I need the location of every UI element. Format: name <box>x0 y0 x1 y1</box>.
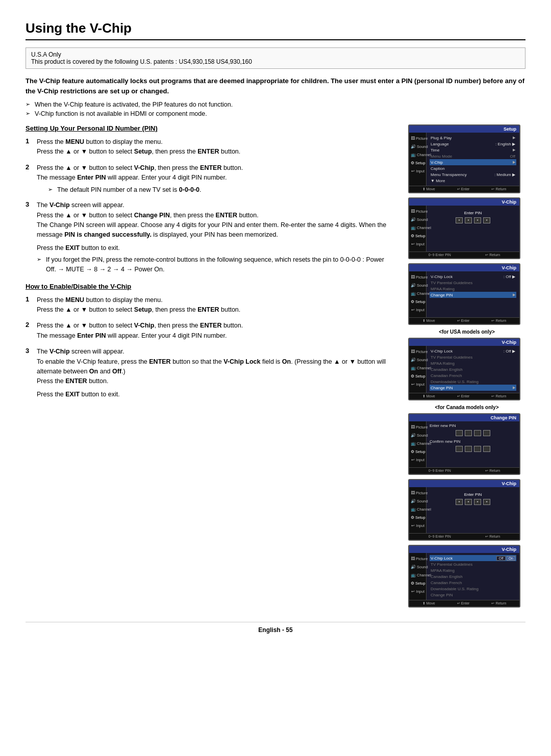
sidebar-label4-input: Input <box>416 382 424 387</box>
input-icon: ↩ <box>411 168 415 173</box>
bullet-item: When the V-Chip feature is activated, th… <box>26 101 525 108</box>
menu-canada-parental: TV Parental Guidelines <box>430 354 516 360</box>
sec2-step-num-2: 2 <box>26 321 33 341</box>
tv-main-vchip-usa: V-Chip Lock: Off ▶ TV Parental Guideline… <box>427 271 519 317</box>
tv-sidebar-picture3: 🖼 Picture <box>410 273 425 281</box>
pin-box2-2: * <box>465 499 472 505</box>
tv-sidebar-setup: ⚙ Setup <box>410 159 425 166</box>
menu-item-plug-play: Plug & Play▶ <box>430 135 516 141</box>
setup-icon: ⚙ <box>411 160 414 165</box>
tv-screen-vchip-usa-body: 🖼 Picture 🔊 Sound 📺 Channel ⚙ Setup <box>409 271 519 317</box>
tv-footer-vchip-lock-on: ⬆ Move ↵ Enter ↩ Return <box>409 600 519 607</box>
confirm-pin-box-2 <box>465 446 472 452</box>
tv-screen-vchip-usa: V-Chip 🖼 Picture 🔊 Sound 📺 Channel <box>408 263 520 325</box>
footer-enter4: ↵ Enter <box>457 394 470 398</box>
footer-text: English - 55 <box>258 626 292 634</box>
sound-icon7: 🔊 <box>411 564 416 569</box>
setup-icon5: ⚙ <box>411 449 414 454</box>
tv-sidebar-channel7: 📺 Channel <box>410 571 425 578</box>
menu-item-vchip: V-Chip▶ <box>430 159 516 165</box>
sidebar-label5-setup: Setup <box>415 449 425 454</box>
sec2-step-text-3: The V-Chip screen will appear. To enable… <box>37 347 396 387</box>
pin-box-4: * <box>483 217 490 223</box>
tv-footer-change-pin: 0~9 Enter PIN ↩ Return <box>409 467 519 474</box>
channel-icon: 📺 <box>411 152 416 157</box>
tv-sidebar-setup7: ⚙ Setup <box>410 579 425 587</box>
input-icon4: ↩ <box>411 382 415 387</box>
new-pin-box-4 <box>483 430 490 436</box>
footer-enter-pin3: 0~9 Enter PIN <box>429 535 451 539</box>
menu-lock-canadian-french: Canadian French <box>430 579 516 586</box>
footer-return4: ↩ Return <box>491 394 506 398</box>
step3-subbullets: If you forget the PIN, press the remote-… <box>37 255 396 274</box>
tv-sidebar-picture4: 🖼 Picture <box>410 348 425 355</box>
step-text-1: Press the MENU button to display the men… <box>37 137 240 157</box>
tv-screen-vchip-canada-body: 🖼 Picture 🔊 Sound 📺 Channel ⚙ Setup <box>409 346 519 393</box>
tv-screen-change-pin: Change PIN 🖼 Picture 🔊 Sound 📺 Channel <box>408 413 520 475</box>
pin-box2-4: * <box>483 499 490 505</box>
tv-sidebar-change-pin: 🖼 Picture 🔊 Sound 📺 Channel ⚙ Setup <box>409 421 427 467</box>
input-icon6: ↩ <box>411 523 415 528</box>
tv-main-vchip-pin: Enter PIN * * * * <box>427 206 519 251</box>
tv-main-vchip-lock-on: V-Chip Lock Off On TV Parental Guideline… <box>427 553 519 600</box>
tv-sidebar-picture6: 🖼 Picture <box>410 489 425 496</box>
pin-box-1: * <box>456 217 463 223</box>
tv-sidebar-sound6: 🔊 Sound <box>410 497 425 505</box>
menu-item-more: ▼ More <box>430 178 516 184</box>
footer-move4: ⬆ Move <box>422 394 435 398</box>
intro-bold: The V-Chip feature automatically locks o… <box>26 76 525 96</box>
tv-screen-vchip-pin2-body: 🖼 Picture 🔊 Sound 📺 Channel ⚙ Setup <box>409 487 519 533</box>
pin-box-2: * <box>465 217 472 223</box>
tv-screen-vchip-lock-on-body: 🖼 Picture 🔊 Sound 📺 Channel ⚙ Setup <box>409 553 519 600</box>
picture-icon4: 🖼 <box>411 349 415 354</box>
sound-icon3: 🔊 <box>411 283 416 288</box>
step-num-1: 1 <box>26 137 33 157</box>
sec2-step-block-2: 2 Press the ▲ or ▼ button to select V-Ch… <box>26 321 396 341</box>
footer-move7: ⬆ Move <box>422 601 435 606</box>
new-pin-boxes <box>430 430 516 436</box>
tv-sidebar-vchip-canada: 🖼 Picture 🔊 Sound 📺 Channel ⚙ Setup <box>409 346 427 393</box>
menu-canada-mpaa: MPAA Rating <box>430 360 516 366</box>
picture-icon5: 🖼 <box>411 424 415 430</box>
tv-sidebar-setup2: ⚙ Setup <box>410 232 425 239</box>
footer-enter3: ↵ Enter <box>457 319 470 323</box>
tv-sidebar-input: ↩ Input <box>410 167 425 174</box>
step-block-2: 2 Press the ▲ or ▼ button to select V-Ch… <box>26 163 396 195</box>
menu-lock-change-pin: Change PIN <box>430 592 516 598</box>
channel-icon3: 📺 <box>411 291 416 296</box>
step-num-3: 3 <box>26 200 33 240</box>
tv-footer-vchip-pin: 0~9 Enter PIN ↩ Return <box>409 251 519 258</box>
footer-return5: ↩ Return <box>485 469 500 473</box>
step-num-2: 2 <box>26 163 33 195</box>
tv-main-change-pin: Enter new PIN Confirm new PIN <box>427 421 519 467</box>
tv-sidebar-input4: ↩ Input <box>410 381 425 388</box>
new-pin-box-3 <box>474 430 481 436</box>
setup-icon7: ⚙ <box>411 581 414 586</box>
tv-sidebar-sound4: 🔊 Sound <box>410 356 425 363</box>
on-badge: On <box>507 556 515 561</box>
confirm-pin-box-3 <box>474 446 481 452</box>
tv-footer-vchip-pin2: 0~9 Enter PIN ↩ Return <box>409 533 519 540</box>
footer-return7: ↩ Return <box>491 601 506 606</box>
sidebar-label6-input: Input <box>416 523 424 528</box>
sidebar-label3-input: Input <box>416 308 424 312</box>
picture-icon6: 🖼 <box>411 490 415 495</box>
tv-screen-vchip-pin2: V-Chip 🖼 Picture 🔊 Sound 📺 Channel <box>408 479 520 541</box>
canada-models-label: <for Canada models only> <box>408 405 525 410</box>
sidebar-label7-setup: Setup <box>415 581 425 586</box>
footer-move: ⬆ Move <box>422 187 435 191</box>
tv-sidebar-setup3: ⚙ Setup <box>410 298 425 305</box>
sidebar-label2-picture: Picture <box>416 209 428 214</box>
footer-enter-pin2: 0~9 Enter PIN <box>429 469 451 473</box>
tv-sidebar-channel2: 📺 Channel <box>410 224 425 231</box>
tv-sidebar-input3: ↩ Input <box>410 306 425 313</box>
bullet-item: V-Chip function is not available in HDMI… <box>26 110 525 117</box>
tv-sidebar-picture: 🖼 Picture <box>410 135 425 142</box>
sidebar-label2-input: Input <box>416 242 424 246</box>
tv-sidebar-channel6: 📺 Channel <box>410 506 425 513</box>
tv-sidebar-channel3: 📺 Channel <box>410 290 425 297</box>
main-content: Setting Up Your Personal ID Number (PIN)… <box>26 124 525 612</box>
vchip-pin-caption: Enter PIN <box>430 211 516 215</box>
tv-screen-vchip-lock-on: V-Chip 🖼 Picture 🔊 Sound 📺 Channel <box>408 545 520 608</box>
right-column: Setup 🖼 Picture 🔊 Sound 📺 Channel <box>408 124 525 612</box>
